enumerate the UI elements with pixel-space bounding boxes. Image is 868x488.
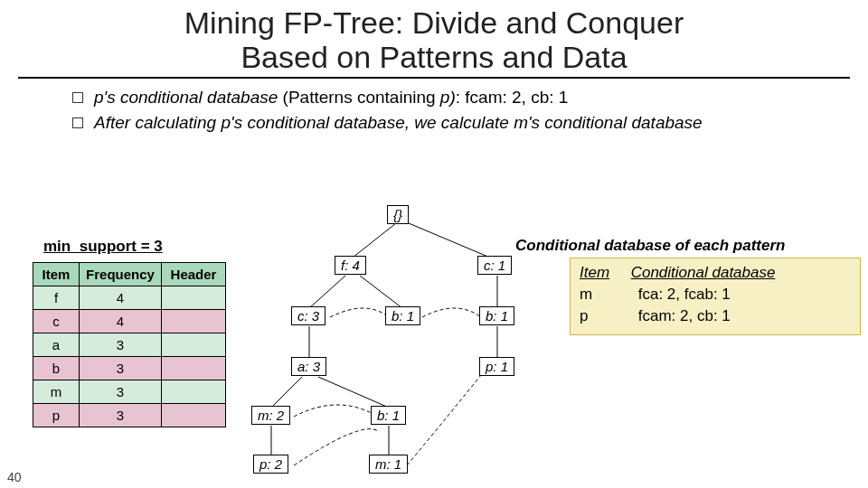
title-line-1: Mining FP-Tree: Divide and Conquer — [184, 5, 684, 40]
header-table-head: Item Frequency Header — [33, 263, 226, 286]
table-row: b3 — [33, 357, 226, 380]
cond-item: m — [580, 286, 634, 304]
conditional-db-title: Conditional database of each pattern — [515, 237, 786, 255]
cell-item: f — [33, 286, 80, 310]
cell-item: b — [33, 357, 80, 380]
node-b1c: b: 1 — [371, 406, 406, 425]
table-row: p3 — [33, 404, 226, 427]
node-p2: p: 2 — [253, 455, 288, 474]
svg-line-3 — [360, 276, 402, 308]
cell-head — [162, 333, 226, 357]
cell-item: c — [33, 310, 80, 333]
col-freq: Frequency — [80, 263, 162, 286]
cell-freq: 3 — [80, 333, 162, 357]
bullet-list: p's conditional database (Patterns conta… — [72, 86, 814, 136]
header-table: Item Frequency Header f4 c4 a3 b3 m3 p3 — [33, 262, 226, 427]
node-b1a: b: 1 — [385, 306, 420, 325]
bullet-marker-icon — [72, 92, 83, 103]
node-b1b: b: 1 — [479, 306, 514, 325]
bullet-1: p's conditional database (Patterns conta… — [72, 86, 814, 109]
cell-item: m — [33, 380, 80, 404]
col-head: Header — [162, 263, 226, 286]
bullet-2: After calculating p's conditional databa… — [72, 111, 814, 135]
bullet-marker-icon — [72, 117, 83, 128]
cell-freq: 4 — [80, 286, 162, 310]
table-row: f4 — [33, 286, 226, 310]
node-root: {} — [387, 205, 409, 224]
cell-freq: 4 — [80, 310, 162, 333]
min-support-label: min_support = 3 — [43, 238, 163, 256]
cell-head — [162, 357, 226, 380]
cond-db: fca: 2, fcab: 1 — [638, 286, 731, 303]
svg-line-1 — [409, 223, 490, 258]
b1-p: p) — [440, 88, 456, 107]
node-a3: a: 3 — [291, 357, 326, 376]
cell-freq: 3 — [80, 357, 162, 380]
svg-line-8 — [318, 377, 389, 408]
b1-mid: (Patterns containing — [283, 88, 440, 107]
svg-line-0 — [353, 223, 396, 258]
bullet-1-text: p's conditional database (Patterns conta… — [94, 86, 568, 109]
conditional-db-box: Item Conditional database m fca: 2, fcab… — [570, 258, 861, 335]
bullet-2-text: After calculating p's conditional databa… — [94, 111, 703, 135]
cell-freq: 3 — [80, 404, 162, 427]
node-f4: f: 4 — [335, 256, 366, 275]
cell-item: p — [33, 404, 80, 427]
b1-pre: p's conditional database — [94, 88, 283, 107]
title-line-2: Based on Patterns and Data — [241, 40, 627, 74]
node-c1: c: 1 — [477, 256, 512, 275]
title-underline — [18, 77, 850, 79]
svg-line-2 — [309, 276, 345, 308]
b1-post: : fcam: 2, cb: 1 — [456, 88, 569, 107]
table-row: m3 — [33, 380, 226, 404]
page-number: 40 — [7, 470, 22, 484]
node-c3: c: 3 — [291, 306, 326, 325]
cell-head — [162, 286, 226, 310]
node-m2: m: 2 — [251, 406, 290, 425]
cond-item: p — [580, 307, 634, 325]
node-m1: m: 1 — [369, 455, 408, 474]
cell-head — [162, 380, 226, 404]
cell-freq: 3 — [80, 380, 162, 404]
cell-head — [162, 310, 226, 333]
cell-item: a — [33, 333, 80, 357]
svg-line-7 — [271, 377, 302, 408]
cond-col-db: Conditional database — [631, 264, 776, 282]
cell-head — [162, 404, 226, 427]
cond-row: m fca: 2, fcab: 1 — [580, 286, 851, 304]
table-row: c4 — [33, 310, 226, 333]
table-row: a3 — [33, 333, 226, 357]
node-p1: p: 1 — [479, 357, 514, 376]
slide-title: Mining FP-Tree: Divide and Conquer Based… — [0, 5, 868, 74]
cond-col-item: Item — [580, 264, 609, 282]
slide: Mining FP-Tree: Divide and Conquer Based… — [0, 0, 868, 488]
cond-db: fcam: 2, cb: 1 — [638, 307, 731, 324]
cond-row: p fcam: 2, cb: 1 — [580, 307, 851, 325]
col-item: Item — [33, 263, 80, 286]
